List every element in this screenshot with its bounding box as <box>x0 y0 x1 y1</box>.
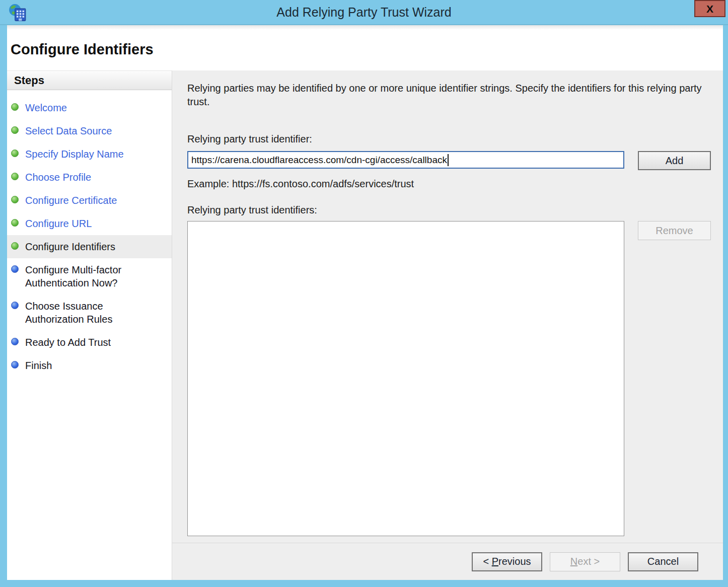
wizard-window: Add Relying Party Trust Wizard X Configu… <box>0 0 728 587</box>
cancel-button[interactable]: Cancel <box>628 552 698 571</box>
step-item: Configure Certificate <box>7 189 172 212</box>
previous-button[interactable]: < Previous <box>472 552 542 571</box>
steps-sidebar: Steps WelcomeSelect Data SourceSpecify D… <box>7 70 172 580</box>
step-item: Configure URL <box>7 212 172 235</box>
close-button[interactable]: X <box>694 0 725 17</box>
page-header: Configure Identifiers <box>7 25 723 70</box>
step-item-label: Configure Multi-factor Authentication No… <box>25 263 146 289</box>
step-item: Configure Multi-factor Authentication No… <box>7 258 172 295</box>
step-item: Configure Identifiers <box>7 235 172 258</box>
step-pending-dot-icon <box>11 361 19 369</box>
step-item-label: Configure URL <box>25 217 92 230</box>
titlebar: Add Relying Party Trust Wizard X <box>0 0 728 25</box>
step-item: Specify Display Name <box>7 142 172 166</box>
step-done-dot-icon <box>11 196 19 203</box>
step-item-label: Choose Issuance Authorization Rules <box>25 300 146 326</box>
step-item: Choose Profile <box>7 166 172 189</box>
identifier-input-value: https://carena.cloudflareaccess.com/cdn-… <box>191 155 447 166</box>
step-item: Choose Issuance Authorization Rules <box>7 295 172 331</box>
next-button[interactable]: Next > <box>550 552 620 571</box>
identifier-input-row: https://carena.cloudflareaccess.com/cdn-… <box>187 151 711 170</box>
wizard-frame: Configure Identifiers Steps WelcomeSelec… <box>7 25 723 580</box>
step-item-label: Finish <box>25 359 52 372</box>
page-title: Configure Identifiers <box>11 41 154 58</box>
step-item-label: Welcome <box>25 101 67 114</box>
content-pane: Relying parties may be identified by one… <box>172 70 723 580</box>
wizard-body: Steps WelcomeSelect Data SourceSpecify D… <box>7 70 723 580</box>
identifiers-list-label: Relying party trust identifiers: <box>187 204 711 216</box>
step-done-dot-icon <box>11 219 19 227</box>
step-item-label: Specify Display Name <box>25 148 124 161</box>
text-caret <box>448 154 449 166</box>
step-done-dot-icon <box>11 242 19 250</box>
previous-button-label: < Previous <box>483 556 531 567</box>
step-item-label: Configure Identifiers <box>25 240 115 253</box>
step-pending-dot-icon <box>11 265 19 273</box>
remove-button[interactable]: Remove <box>638 221 711 240</box>
steps-header: Steps <box>7 70 172 90</box>
next-button-label: Next > <box>570 556 600 567</box>
step-pending-dot-icon <box>11 302 19 309</box>
step-done-dot-icon <box>11 173 19 180</box>
identifiers-listbox[interactable] <box>187 221 624 536</box>
step-item: Finish <box>7 354 172 377</box>
example-text: Example: https://fs.contoso.com/adfs/ser… <box>187 178 711 190</box>
step-done-dot-icon <box>11 103 19 111</box>
step-done-dot-icon <box>11 126 19 134</box>
step-pending-dot-icon <box>11 338 19 345</box>
step-item: Select Data Source <box>7 119 172 142</box>
step-item-label: Configure Certificate <box>25 194 117 207</box>
intro-text: Relying parties may be identified by one… <box>187 82 711 109</box>
step-item-label: Select Data Source <box>25 124 112 137</box>
steps-list: WelcomeSelect Data SourceSpecify Display… <box>7 96 172 377</box>
identifiers-listbox-row: Remove <box>187 221 711 536</box>
step-done-dot-icon <box>11 150 19 157</box>
window-title: Add Relying Party Trust Wizard <box>276 5 451 20</box>
identifier-label: Relying party trust identifier: <box>187 133 711 145</box>
step-item: Ready to Add Trust <box>7 331 172 354</box>
identifier-input[interactable]: https://carena.cloudflareaccess.com/cdn-… <box>187 151 624 169</box>
add-button[interactable]: Add <box>638 151 711 170</box>
adfs-icon <box>8 3 27 22</box>
step-item-label: Ready to Add Trust <box>25 336 111 349</box>
footer-button-bar: < Previous Next > Cancel <box>172 543 723 580</box>
step-item: Welcome <box>7 96 172 119</box>
step-item-label: Choose Profile <box>25 171 91 184</box>
